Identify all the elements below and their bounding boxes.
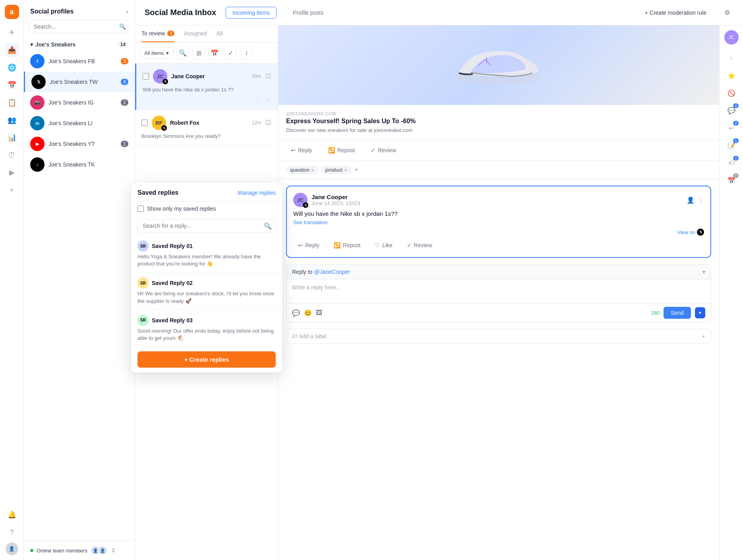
right-block-icon[interactable]: 🚫 <box>724 86 739 100</box>
item-like-icon-1[interactable]: ♡ <box>256 97 261 104</box>
profile-item-ig[interactable]: 📷 Joe's Sneakers IG 2 <box>24 92 135 113</box>
right-star-icon[interactable]: ⭐ <box>724 68 739 83</box>
create-replies-button[interactable]: + Create replies <box>137 351 276 368</box>
tab-profile[interactable]: Profile posts <box>286 7 330 19</box>
saved-reply-item-1[interactable]: SR Saved Reply 01 Hello Yoga & Sneakers … <box>131 236 282 273</box>
comment-assign-icon[interactable]: 👤 <box>687 196 695 204</box>
filter-sort-icon[interactable]: ↕ <box>240 47 253 59</box>
detail-panel: JOESSNEAKERS.COM Express Yourself! Sprin… <box>278 25 719 560</box>
nav-bell-icon[interactable]: 🔔 <box>5 508 19 522</box>
toggle-row: Show only my saved replies <box>131 202 282 216</box>
view-on-button[interactable]: View on 𝕏 <box>677 229 704 236</box>
emoji-picker-icon[interactable]: 😊 <box>304 309 312 317</box>
item-check-icon-1[interactable]: ✓ <box>266 97 271 104</box>
right-cal0-icon[interactable]: 📅 0 <box>724 173 739 188</box>
comment-like-button[interactable]: ♡ Like <box>370 240 397 251</box>
nav-send-icon[interactable]: ✈ <box>5 25 19 40</box>
right-note1-icon[interactable]: 📝 1 <box>724 138 739 153</box>
filter-search-icon[interactable]: 🔍 <box>176 47 189 59</box>
profile-item-fb[interactable]: f Joe's Sneakers FB 3 <box>24 51 135 72</box>
reply-input[interactable]: Write a reply here... <box>286 279 711 303</box>
nav-calendar-icon[interactable]: 📅 <box>5 78 19 92</box>
nav-inbox-icon[interactable]: 📥 <box>5 43 19 57</box>
filter-select[interactable]: All items ▾ <box>140 47 173 59</box>
profile-item-tw[interactable]: 𝕏 Joe's Sneakers TW 8 <box>24 72 135 92</box>
tags-add-button[interactable]: + <box>354 166 359 174</box>
saved-reply-header-1: SR Saved Reply 01 <box>137 240 276 252</box>
ad-repost-button[interactable]: 🔁 Repost <box>323 145 360 156</box>
group-count: 14 <box>118 41 128 48</box>
online-members: Online team members 👤 👤 2 <box>24 541 135 560</box>
manage-replies-link[interactable]: Manage replies <box>238 190 276 196</box>
send-dropdown-button[interactable]: ▾ <box>695 307 705 318</box>
saved-replies-title: Saved replies <box>137 189 178 196</box>
nav-team-icon[interactable]: 👥 <box>5 113 19 127</box>
right-panel-collapse[interactable]: ‹ <box>724 51 739 65</box>
reply-dropdown-icon[interactable]: ▾ <box>702 269 705 275</box>
saved-search-input[interactable] <box>137 219 276 233</box>
tag-product-remove[interactable]: × <box>344 167 347 173</box>
nav-globe-icon[interactable]: 🌐 <box>5 60 19 75</box>
item-card-1[interactable]: JC 𝕏 Jane Cooper 10m 🖼 Will you have the… <box>135 64 278 110</box>
right-chat4-icon[interactable]: 💬 4 <box>724 103 739 118</box>
view-on-x-icon: 𝕏 <box>697 229 704 236</box>
comment-more-icon[interactable]: ⋮ <box>698 196 704 204</box>
profile-name-yt: Joe's Sneakers YT <box>48 141 117 147</box>
online-count: 2 <box>112 548 115 553</box>
nav-tasks-icon[interactable]: 📋 <box>5 95 19 110</box>
profile-group-header[interactable]: ▾ Joe's Sneakers 14 <box>24 38 135 51</box>
toggle-checkbox[interactable] <box>137 205 144 212</box>
ad-source: JOESSNEAKERS.COM <box>286 111 711 116</box>
create-rule-button[interactable]: + Create moderation rule <box>640 7 711 18</box>
comment-repost-icon: 🔁 <box>334 242 341 248</box>
filter-gallery-icon[interactable]: ⊞ <box>192 47 205 59</box>
tag-question-remove[interactable]: × <box>311 167 314 173</box>
profiles-header: Social profiles ‹ <box>24 0 135 20</box>
right-reply2-icon[interactable]: ↩ 2 <box>724 121 739 135</box>
ad-desc: Discover our new sneakers for sale at jo… <box>286 127 711 133</box>
filter-calendar-icon[interactable]: 📅 <box>208 47 221 59</box>
comment-review-button[interactable]: ✓ Review <box>402 240 437 251</box>
note-badge: 1 <box>733 138 738 143</box>
nav-analytics-icon[interactable]: 📊 <box>5 130 19 145</box>
settings-gear-icon[interactable]: ⚙ <box>721 6 733 19</box>
item-card-2[interactable]: RF 𝕏 Robert Fox 12m 🖼 Brooklyn Simmons A… <box>135 110 278 145</box>
nav-avatar-icon[interactable]: 👤 <box>6 543 18 555</box>
filter-check-icon[interactable]: ✓ <box>224 47 237 59</box>
collapse-icon[interactable]: ‹ <box>126 8 128 15</box>
tab-incoming[interactable]: Incoming items <box>226 7 277 19</box>
nav-speed-icon[interactable]: ⏱ <box>5 148 19 162</box>
search-input[interactable] <box>29 20 130 33</box>
repost-icon: 🔁 <box>328 147 335 153</box>
profiles-search: 🔍 <box>29 20 130 33</box>
send-button[interactable]: Send <box>664 307 691 319</box>
comment-repost-label: Repost <box>343 242 360 248</box>
nav-video-icon[interactable]: ▶ <box>5 165 19 180</box>
sub-tab-all[interactable]: All <box>217 30 223 42</box>
comment-reply-label: Reply <box>305 242 319 248</box>
profile-count-tw: 8 <box>121 79 128 85</box>
item-checkbox-1[interactable] <box>143 73 149 79</box>
sub-tab-review[interactable]: To review 3 <box>141 30 174 42</box>
ad-review-button[interactable]: ✓ Review <box>366 145 401 156</box>
profile-name-ig: Joe's Sneakers IG <box>48 99 117 106</box>
comment-reply-button[interactable]: ↩ Reply <box>293 240 324 251</box>
comment-repost-button[interactable]: 🔁 Repost <box>329 240 365 251</box>
sub-tab-assigned[interactable]: Assigned <box>184 30 207 42</box>
profile-item-yt[interactable]: ▶ Joe's Sneakers YT 1 <box>24 134 135 154</box>
item-checkbox-2[interactable] <box>141 120 148 126</box>
saved-replies-header: Saved replies Manage replies <box>131 189 282 202</box>
image-attach-icon[interactable]: 🖼 <box>316 309 322 316</box>
nav-add-icon[interactable]: + <box>5 183 19 197</box>
see-translation[interactable]: See translation <box>293 219 704 225</box>
ad-reply-button[interactable]: ↩ Reply <box>286 145 317 156</box>
saved-reply-item-3[interactable]: SR Saved Reply 03 Good morning! Our offe… <box>131 310 282 347</box>
add-label-button[interactable]: 🏷 Add a label + <box>286 329 711 344</box>
profile-item-li[interactable]: in Joe's Sneakers LI <box>24 113 135 134</box>
saved-reply-item-2[interactable]: SR Saved Reply 02 Hi! We are fixing our … <box>131 273 282 310</box>
right-tag2-icon[interactable]: 🏷 2 <box>724 156 739 170</box>
profile-item-tk[interactable]: ♪ Joe's Sneakers TK <box>24 154 135 175</box>
saved-reply-text-1: Hello Yoga & Sneakers member! We already… <box>137 253 276 267</box>
emoji-icon[interactable]: 💬 <box>292 309 300 317</box>
nav-help-icon[interactable]: ? <box>5 525 19 539</box>
